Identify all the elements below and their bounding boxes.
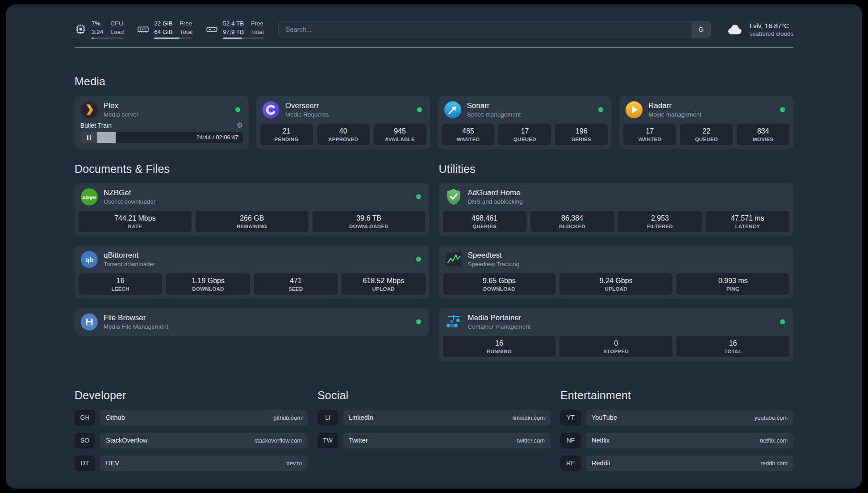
service-card-overseerr[interactable]: Overseerr Media Requests 21 PENDING 40 A… — [256, 96, 430, 149]
plex-now-playing-widget: Bullet Train ⚙ 24:44 / 02:06:47 — [79, 122, 245, 143]
resource-widgets: 7% 3.24 CPU Load — [75, 20, 264, 39]
section-title-entertainment: Entertainment — [560, 389, 793, 402]
disk-total-value: 97.9 TB — [223, 28, 244, 36]
service-name: File Browser — [104, 313, 168, 322]
memory-icon — [137, 23, 149, 35]
radarr-icon — [625, 101, 643, 119]
service-card-filebrowser[interactable]: File Browser Media File Management — [75, 308, 430, 336]
stat-filtered: 2,953 FILTERED — [618, 211, 701, 232]
bookmark-url: youtube.com — [755, 414, 788, 421]
stat-movies: 834 MOVIES — [737, 124, 789, 145]
stat-leech: 16 LEECH — [79, 273, 162, 295]
pause-button[interactable] — [80, 132, 97, 143]
search-provider-button[interactable]: G — [692, 21, 710, 38]
section-title-social: Social — [317, 389, 551, 402]
bookmark-url: twitter.com — [517, 437, 545, 444]
status-dot-online — [417, 107, 422, 112]
resource-widget-disk: 52.4 TB 97.9 TB Free Total — [206, 20, 264, 39]
bookmark-stackoverflow[interactable]: SO StackOverflow stackoverflow.com — [75, 433, 308, 448]
cpu-load-label: Load — [110, 28, 124, 36]
playback-track[interactable] — [97, 132, 192, 143]
bookmark-url: linkedin.com — [513, 414, 545, 421]
resource-widget-memory: 22 GiB 64 GiB Free Total — [137, 20, 192, 39]
stat-downloaded: 39.6 TB DOWNLOADED — [313, 211, 426, 232]
bookmark-url: netflix.com — [760, 437, 788, 444]
service-card-portainer[interactable]: Media Portainer Container management 16 … — [439, 308, 794, 361]
adguard-icon — [445, 188, 463, 206]
bookmark-abbr: TW — [317, 433, 338, 448]
playback-progress-bar[interactable]: 24:44 / 02:06:47 — [80, 132, 243, 143]
settings-gear-icon[interactable]: ⚙ — [236, 122, 242, 129]
bookmark-url: stackoverflow.com — [255, 437, 302, 444]
service-card-radarr[interactable]: Radarr Movie management 17 WANTED 22 QUE… — [619, 96, 793, 149]
memory-total-label: Total — [180, 28, 193, 36]
stat-rate: 744.21 Mbps RATE — [79, 211, 192, 232]
bookmark-youtube[interactable]: YT YouTube youtube.com — [560, 410, 793, 426]
service-subtitle: DNS and adblocking — [468, 198, 523, 205]
stat-wanted: 485 WANTED — [442, 124, 495, 145]
now-playing-title: Bullet Train — [80, 122, 112, 129]
bookmark-group-developer: Developer GH Github github.com SO StackO… — [75, 389, 308, 478]
stat-stopped: 0 STOPPED — [559, 336, 672, 357]
disk-usage-bar-fill — [223, 38, 242, 39]
service-card-sonarr[interactable]: Sonarr Series management 485 WANTED 17 Q… — [438, 96, 612, 149]
svg-text:nzbget: nzbget — [83, 195, 96, 199]
qbittorrent-icon: qb — [80, 251, 98, 268]
portainer-icon — [445, 313, 463, 331]
stat-seed: 471 SEED — [254, 273, 338, 295]
service-name: Overseerr — [285, 101, 329, 110]
section-documents-files: Documents & Files nzbget NZBGet Usenet d — [75, 163, 430, 361]
cpu-load-value: 3.24 — [92, 28, 103, 36]
bookmark-abbr: NF — [560, 433, 581, 448]
memory-free-label: Free — [180, 20, 193, 28]
bookmark-name: YouTube — [592, 414, 617, 421]
bookmark-dev[interactable]: DT DEV dev.to — [75, 455, 308, 471]
cpu-label: CPU — [110, 20, 124, 28]
service-name: qBittorrent — [104, 251, 155, 260]
weather-widget: Lviv, 16.87°C scattered clouds — [725, 22, 793, 37]
status-dot-online — [598, 107, 603, 112]
bookmark-linkedin[interactable]: LI LinkedIn linkedin.com — [317, 410, 551, 426]
bookmark-reddit[interactable]: RE Reddit reddit.com — [560, 455, 793, 471]
service-card-qbittorrent[interactable]: qb qBittorrent Torrent downloader 16 LEE… — [75, 246, 430, 299]
service-subtitle: Movie management — [648, 111, 701, 118]
bookmark-group-social: Social LI LinkedIn linkedin.com TW Twitt… — [317, 389, 551, 478]
cpu-usage-bar — [92, 38, 124, 39]
weather-condition: scattered clouds — [750, 30, 793, 37]
status-dot-online — [416, 257, 421, 262]
bookmark-github[interactable]: GH Github github.com — [75, 410, 308, 426]
status-dot-online — [235, 107, 240, 112]
service-subtitle: Container management — [468, 323, 531, 330]
bookmark-twitter[interactable]: TW Twitter twitter.com — [317, 433, 551, 448]
section-utilities: Utilities — [439, 163, 794, 361]
bookmark-name: Netflix — [592, 437, 609, 444]
disk-free-value: 52.4 TB — [223, 20, 244, 28]
service-subtitle: Series management — [467, 111, 521, 118]
search-input[interactable] — [279, 21, 692, 38]
section-title-media: Media — [75, 75, 793, 88]
status-dot-online — [416, 319, 421, 324]
overseerr-icon — [262, 101, 280, 119]
service-name: NZBGet — [104, 188, 155, 197]
bookmark-name: Reddit — [592, 460, 610, 467]
status-dot-online — [416, 194, 421, 199]
bookmark-netflix[interactable]: NF Netflix netflix.com — [560, 433, 793, 448]
service-name: Speedtest — [468, 251, 520, 260]
bookmark-abbr: RE — [560, 455, 581, 471]
service-subtitle: Media server — [104, 111, 138, 118]
service-card-adguard[interactable]: AdGuard Home DNS and adblocking 498,461 … — [439, 183, 794, 236]
memory-free-value: 22 GiB — [154, 20, 172, 28]
service-card-nzbget[interactable]: nzbget NZBGet Usenet downloader 744.21 M… — [75, 183, 430, 236]
stat-download: 9.65 Gbps DOWNLOAD — [443, 273, 556, 295]
disk-icon — [206, 23, 218, 35]
stat-queries: 498,461 QUERIES — [443, 211, 526, 232]
svg-text:qb: qb — [85, 256, 93, 263]
service-card-speedtest[interactable]: Speedtest Speedtest Tracking 9.65 Gbps D… — [439, 246, 794, 299]
service-subtitle: Media Requests — [285, 111, 329, 118]
playback-time: 24:44 / 02:06:47 — [192, 134, 243, 141]
stat-series: 196 SERIES — [555, 124, 608, 145]
playback-fill — [97, 132, 116, 143]
service-name: AdGuard Home — [468, 188, 523, 197]
service-card-plex[interactable]: Plex Media server Bullet Train ⚙ — [75, 96, 249, 149]
status-dot-online — [780, 319, 785, 324]
